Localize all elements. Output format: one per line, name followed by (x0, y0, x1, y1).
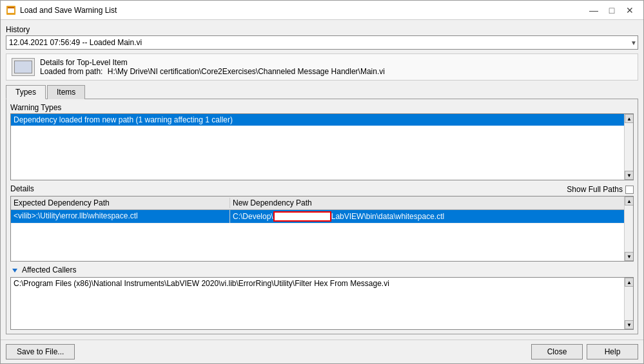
history-dropdown[interactable]: 12.04.2021 07:56:49 -- Loaded Main.vi (6, 35, 638, 50)
details-scroll-track (625, 206, 633, 252)
new-dep-suffix: LabVIEW\bin\data\whitespace.ctl (331, 212, 444, 221)
affected-caller-item: C:\Program Files (x86)\National Instrume… (14, 279, 630, 288)
window-title: Load and Save Warning List (20, 6, 585, 15)
warning-type-item[interactable]: Dependency loaded from new path (1 warni… (11, 114, 624, 126)
affected-callers-list[interactable]: C:\Program Files (x86)\National Instrume… (10, 277, 634, 330)
affected-callers-title-row: Affected Callers (10, 265, 634, 276)
collapse-arrow-icon[interactable] (10, 266, 19, 275)
tabs-container: Types Items Warning Types Dependency loa… (6, 84, 638, 334)
details-header: Details Show Full Paths (10, 184, 634, 195)
warning-types-title: Warning Types (10, 103, 634, 112)
table-rows-container: <vilib>:\Utility\error.llb\whitespace.ct… (11, 210, 633, 224)
history-section: History 12.04.2021 07:56:49 -- Loaded Ma… (6, 25, 638, 50)
main-window: Load and Save Warning List — □ ✕ History… (0, 0, 644, 364)
col-header-expected: Expected Dependency Path (11, 198, 230, 208)
details-section-title: Details (10, 184, 34, 193)
vi-icon (12, 58, 35, 76)
warning-types-listbox[interactable]: Dependency loaded from new path (1 warni… (10, 113, 634, 180)
window-controls: — □ ✕ (585, 4, 638, 17)
scroll-up-btn[interactable]: ▲ (625, 114, 634, 123)
affected-scroll-down[interactable]: ▼ (625, 320, 634, 329)
top-level-details-text: Details for Top-Level Item Loaded from p… (40, 58, 385, 76)
show-full-paths-control: Show Full Paths (567, 185, 634, 194)
window-body: History 12.04.2021 07:56:49 -- Loaded Ma… (1, 20, 643, 340)
tab-content: Warning Types Dependency loaded from new… (6, 99, 638, 334)
bottom-bar: Save to File... Close Help (1, 340, 643, 363)
details-scroll-down[interactable]: ▼ (625, 252, 634, 261)
cell-expected: <vilib>:\Utility\error.llb\whitespace.ct… (11, 210, 230, 223)
close-button[interactable]: Close (531, 344, 583, 359)
details-top-label: Details for Top-Level Item (40, 58, 128, 67)
history-dropdown-wrapper: 12.04.2021 07:56:49 -- Loaded Main.vi ▼ (6, 35, 638, 50)
help-button[interactable]: Help (587, 344, 638, 359)
affected-scrollbar: ▲ ▼ (624, 278, 633, 329)
affected-callers-section: Affected Callers C:\Program Files (x86)\… (10, 265, 634, 330)
title-bar: Load and Save Warning List — □ ✕ (1, 1, 643, 20)
save-to-file-button[interactable]: Save to File... (6, 344, 75, 359)
col-header-new: New Dependency Path (230, 198, 633, 208)
details-table[interactable]: Expected Dependency Path New Dependency … (10, 196, 634, 262)
tab-items[interactable]: Items (47, 85, 85, 99)
details-top-path-label: Loaded from path: (40, 67, 102, 76)
cell-new: C:\Develop\ LabVIEW\bin\data\whitespace.… (230, 210, 624, 223)
scrollbar-right: ▲ ▼ (624, 114, 633, 180)
bottom-right-buttons: Close Help (531, 344, 638, 359)
details-scroll-up[interactable]: ▲ (625, 196, 634, 206)
top-level-details-box: Details for Top-Level Item Loaded from p… (6, 53, 638, 81)
history-label: History (6, 25, 638, 34)
details-top-path-value: H:\My Drive\NI certification\Core2Exerci… (108, 67, 385, 76)
tabs-header: Types Items (6, 84, 638, 99)
maximize-button[interactable]: □ (603, 4, 620, 17)
affected-scroll-up[interactable]: ▲ (625, 278, 634, 287)
minimize-button[interactable]: — (585, 4, 602, 17)
warning-types-section: Warning Types Dependency loaded from new… (10, 103, 634, 180)
show-full-paths-label: Show Full Paths (567, 185, 623, 194)
svg-rect-2 (8, 7, 14, 8)
window-icon (6, 5, 16, 15)
show-full-paths-checkbox[interactable] (625, 186, 634, 194)
scroll-track (625, 123, 633, 171)
affected-callers-title: Affected Callers (22, 265, 77, 274)
new-dep-highlight-box (273, 211, 331, 222)
scroll-down-btn[interactable]: ▼ (625, 171, 634, 180)
tab-types[interactable]: Types (6, 85, 46, 99)
table-row[interactable]: <vilib>:\Utility\error.llb\whitespace.ct… (11, 210, 624, 224)
svg-marker-3 (12, 269, 17, 273)
details-section: Details Show Full Paths Expected Depende… (10, 184, 634, 262)
vi-icon-inner (14, 61, 32, 73)
details-scrollbar: ▲ ▼ (624, 196, 633, 261)
svg-rect-1 (8, 8, 14, 13)
table-header: Expected Dependency Path New Dependency … (11, 196, 633, 210)
close-window-button[interactable]: ✕ (621, 4, 638, 17)
affected-scroll-track (625, 287, 633, 320)
new-dep-prefix: C:\Develop\ (233, 212, 273, 221)
